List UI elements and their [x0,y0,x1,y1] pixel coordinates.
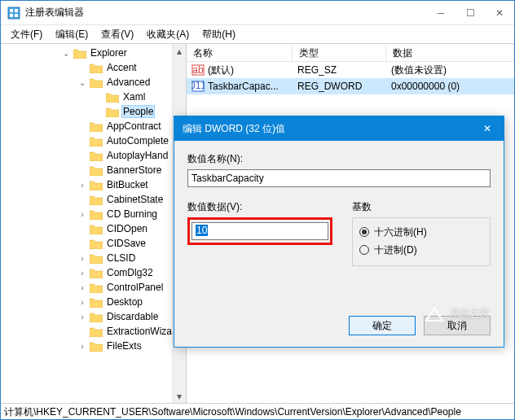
tree-item[interactable]: Xaml [1,90,186,104]
tree-item[interactable]: AutoplayHand [1,148,186,163]
tree-pane: ⌄ExplorerAccent⌄AdvancedXamlPeopleAppCon… [1,44,187,403]
radix-hex-option[interactable]: 十六进制(H) [359,223,483,241]
list-row[interactable]: 011TaskbarCapac...REG_DWORD0x00000000 (0… [187,78,514,94]
radix-group: 十六进制(H) 十进制(D) [352,217,491,266]
tree-item[interactable]: ›BitBucket [1,177,186,192]
row-name: TaskbarCapac... [208,81,279,92]
dialog-titlebar: 编辑 DWORD (32 位)值 ✕ [174,116,504,141]
window-title: 注册表编辑器 [25,6,426,20]
watermark: 系统之家 [424,304,489,322]
scroll-up-icon[interactable]: ▴ [173,44,187,58]
minimize-button[interactable]: ─ [426,1,456,25]
svg-rect-4 [15,14,18,17]
tree-item[interactable]: ›Desktop [1,295,186,309]
menu-favorites[interactable]: 收藏夹(A) [140,26,196,43]
ok-button[interactable]: 确定 [349,316,416,335]
radix-hex-label: 十六进制(H) [374,225,427,239]
value-name-input[interactable] [187,169,491,187]
window-controls: ─ ☐ ✕ [426,1,514,25]
value-data-highlight: 10 [187,217,332,245]
watermark-text: 系统之家 [450,307,489,321]
list-body: ab(默认)REG_SZ(数值未设置)011TaskbarCapac...REG… [187,62,514,94]
dialog-close-button[interactable]: ✕ [471,116,504,141]
tree-item[interactable]: ExtractionWiza [1,324,186,339]
titlebar: 注册表编辑器 ─ ☐ ✕ [1,1,514,25]
menu-edit[interactable]: 编辑(E) [49,26,95,43]
col-data[interactable]: 数据 [386,44,514,61]
tree-item[interactable]: ›Discardable [1,309,186,324]
col-name[interactable]: 名称 [187,44,293,61]
regedit-icon [7,7,20,20]
scroll-down-icon[interactable]: ▾ [173,389,187,403]
tree-item[interactable]: BannerStore [1,163,186,177]
radio-icon [359,245,369,255]
row-name: (默认) [208,63,234,77]
tree-item[interactable]: ›CLSID [1,251,186,265]
svg-rect-1 [10,9,13,12]
maximize-button[interactable]: ☐ [456,1,485,25]
tree-item[interactable]: AppContract [1,119,186,133]
tree-item[interactable]: CIDSave [1,236,186,251]
tree-item[interactable]: AutoComplete [1,133,186,148]
tree-item[interactable]: CabinetState [1,192,186,207]
list-row[interactable]: ab(默认)REG_SZ(数值未设置) [187,62,514,78]
value-data-label: 数值数据(V): [187,200,337,214]
dialog-title: 编辑 DWORD (32 位)值 [183,122,471,136]
row-type: REG_SZ [297,64,337,76]
tree-item-explorer[interactable]: ⌄Explorer [1,46,186,60]
watermark-icon [424,304,445,322]
menubar: 文件(F) 编辑(E) 查看(V) 收藏夹(A) 帮助(H) [1,25,514,43]
radio-icon [359,227,369,237]
menu-file[interactable]: 文件(F) [4,26,49,43]
svg-rect-3 [10,14,13,17]
statusbar: 计算机\HKEY_CURRENT_USER\Software\Microsoft… [1,403,514,419]
tree-item[interactable]: ›CD Burning [1,207,186,221]
value-data-input[interactable]: 10 [191,222,328,240]
registry-tree[interactable]: ⌄ExplorerAccent⌄AdvancedXamlPeopleAppCon… [1,46,186,353]
tree-item[interactable]: ›ControlPanel [1,280,186,295]
row-data: 0x00000000 (0) [391,81,460,92]
svg-text:ab: ab [192,64,204,76]
list-header: 名称 类型 数据 [187,44,514,62]
radix-label: 基数 [352,200,491,214]
radix-dec-option[interactable]: 十进制(D) [359,241,483,259]
tree-item[interactable]: ⌄Advanced [1,75,186,90]
menu-view[interactable]: 查看(V) [95,26,140,43]
svg-rect-2 [15,9,18,12]
value-name-label: 数值名称(N): [187,152,491,166]
tree-item[interactable]: Accent [1,60,186,75]
row-type: REG_DWORD [297,81,362,92]
tree-item[interactable]: ›ComDlg32 [1,265,186,280]
row-data: (数值未设置) [391,63,447,77]
close-button[interactable]: ✕ [485,1,514,25]
tree-item[interactable]: CIDOpen [1,221,186,236]
tree-item[interactable]: People [1,104,186,119]
col-type[interactable]: 类型 [293,44,386,61]
dialog-body: 数值名称(N): 数值数据(V): 10 基数 十六进制(H) 十 [174,141,504,316]
svg-text:011: 011 [191,80,205,91]
edit-dword-dialog: 编辑 DWORD (32 位)值 ✕ 数值名称(N): 数值数据(V): 10 … [174,116,504,348]
menu-help[interactable]: 帮助(H) [196,26,242,43]
radix-dec-label: 十进制(D) [374,243,417,257]
tree-item[interactable]: ›FileExts [1,339,186,353]
